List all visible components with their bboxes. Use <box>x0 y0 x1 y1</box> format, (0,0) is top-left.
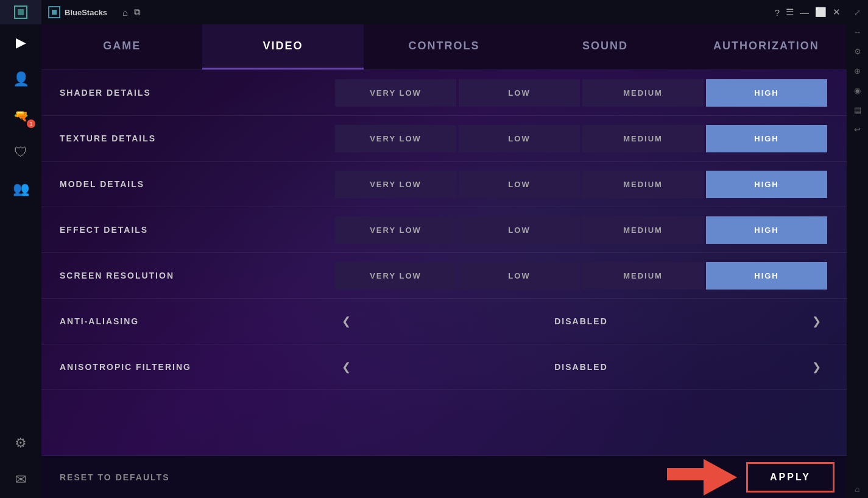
effect-quality-options: VERY LOW LOW MEDIUM HIGH <box>334 216 828 244</box>
shader-details-label: SHADER DETAILS <box>60 88 334 98</box>
effect-low-btn[interactable]: LOW <box>459 216 580 244</box>
bottom-bar: RESET TO DEFAULTS APPLY <box>41 455 847 498</box>
tabs-bar: GAME VIDEO CONTROLS SOUND AUTHORIZATION <box>41 24 847 70</box>
anisotropic-filtering-control: ❮ DISABLED ❯ <box>334 354 828 381</box>
content-area: SHADER DETAILS VERY LOW LOW MEDIUM HIGH … <box>41 70 847 455</box>
right-icon-arrows[interactable]: ↔ <box>849 23 867 41</box>
sidebar-item-shield[interactable]: 🛡 <box>0 134 41 171</box>
arrow-tail <box>667 468 704 480</box>
resolution-medium-btn[interactable]: MEDIUM <box>582 262 704 290</box>
right-icon-grid[interactable]: ▤ <box>849 101 867 119</box>
sidebar-item-settings[interactable]: ⚙ <box>0 425 41 461</box>
model-medium-btn[interactable]: MEDIUM <box>582 171 704 198</box>
texture-very-low-btn[interactable]: VERY LOW <box>335 125 456 152</box>
close-icon[interactable]: ✕ <box>833 7 841 18</box>
texture-low-btn[interactable]: LOW <box>459 125 580 152</box>
anisotropic-next-btn[interactable]: ❯ <box>804 354 828 381</box>
anti-aliasing-prev-btn[interactable]: ❮ <box>334 308 358 335</box>
apply-button[interactable]: APPLY <box>746 462 834 493</box>
tab-video-label: VIDEO <box>263 40 303 52</box>
model-very-low-btn[interactable]: VERY LOW <box>335 171 456 198</box>
tab-game[interactable]: GAME <box>41 24 202 69</box>
window-nav-icon[interactable]: ⧉ <box>134 7 141 18</box>
effect-medium-btn[interactable]: MEDIUM <box>582 216 704 244</box>
anti-aliasing-next-btn[interactable]: ❯ <box>804 308 828 335</box>
main-area: BlueStacks ⌂ ⧉ ? ☰ — ⬜ ✕ GAME VIDEO CONT… <box>41 0 847 498</box>
gun-badge: 1 <box>27 119 35 128</box>
right-icon-home[interactable]: ⌂ <box>849 480 867 498</box>
tab-controls-label: CONTROLS <box>409 40 480 52</box>
shader-quality-options: VERY LOW LOW MEDIUM HIGH <box>334 79 828 107</box>
right-sidebar: ⤢ ↔ ⚙ ⊕ ◉ ▤ ↩ ⌂ <box>847 0 868 498</box>
right-icon-settings[interactable]: ⚙ <box>849 42 867 60</box>
home-nav-icon[interactable]: ⌂ <box>122 7 128 18</box>
model-details-row: MODEL DETAILS VERY LOW LOW MEDIUM HIGH <box>41 162 847 207</box>
tab-sound-label: SOUND <box>582 40 628 52</box>
tab-controls[interactable]: CONTROLS <box>364 24 524 69</box>
resolution-high-btn[interactable]: HIGH <box>706 262 827 290</box>
sidebar-item-mail[interactable]: ✉ <box>0 461 41 498</box>
gun-icon: 🔫 <box>13 108 29 123</box>
model-high-btn[interactable]: HIGH <box>706 171 827 198</box>
app-name: BlueStacks <box>65 8 107 17</box>
resolution-low-btn[interactable]: LOW <box>459 262 580 290</box>
effect-high-btn[interactable]: HIGH <box>706 216 827 244</box>
app-logo-icon <box>48 5 61 19</box>
sidebar-logo <box>0 0 41 24</box>
group-icon: 👥 <box>13 181 29 197</box>
shield-icon: 🛡 <box>14 144 27 160</box>
sidebar-item-play[interactable]: ▶ <box>0 24 41 61</box>
reset-defaults-label: RESET TO DEFAULTS <box>60 472 170 482</box>
sidebar-item-profile[interactable]: 👤 <box>0 61 41 98</box>
screen-resolution-label: SCREEN RESOLUTION <box>60 271 334 280</box>
right-icon-back[interactable]: ↩ <box>849 120 867 138</box>
texture-high-btn[interactable]: HIGH <box>706 125 827 152</box>
shader-details-row: SHADER DETAILS VERY LOW LOW MEDIUM HIGH <box>41 70 847 116</box>
profile-icon: 👤 <box>13 71 29 87</box>
settings-icon: ⚙ <box>15 435 27 451</box>
big-arrow-icon <box>704 459 737 496</box>
right-icon-expand[interactable]: ⤢ <box>849 3 867 21</box>
anti-aliasing-control: ❮ DISABLED ❯ <box>334 308 828 335</box>
model-details-label: MODEL DETAILS <box>60 179 334 189</box>
svg-marker-3 <box>52 10 57 15</box>
play-icon: ▶ <box>16 35 26 51</box>
maximize-icon[interactable]: ⬜ <box>815 7 827 18</box>
anisotropic-filtering-row: ANISOTROPIC FILTERING ❮ DISABLED ❯ <box>41 344 847 390</box>
tab-authorization-label: AUTHORIZATION <box>713 40 819 52</box>
tab-video[interactable]: VIDEO <box>202 24 363 69</box>
anti-aliasing-label: ANTI-ALIASING <box>60 316 334 326</box>
arrow-indicator <box>667 459 737 496</box>
anisotropic-prev-btn[interactable]: ❮ <box>334 354 358 381</box>
texture-details-label: TEXTURE DETAILS <box>60 133 334 143</box>
shader-low-btn[interactable]: LOW <box>459 79 580 107</box>
texture-quality-options: VERY LOW LOW MEDIUM HIGH <box>334 125 828 152</box>
texture-medium-btn[interactable]: MEDIUM <box>582 125 704 152</box>
right-icon-add[interactable]: ⊕ <box>849 62 867 80</box>
anisotropic-filtering-label: ANISOTROPIC FILTERING <box>60 362 334 372</box>
menu-icon[interactable]: ☰ <box>786 7 794 18</box>
shader-medium-btn[interactable]: MEDIUM <box>582 79 704 107</box>
right-icon-circle[interactable]: ◉ <box>849 81 867 99</box>
tab-authorization[interactable]: AUTHORIZATION <box>686 24 847 69</box>
bluestacks-logo-icon <box>12 3 30 21</box>
shader-high-btn[interactable]: HIGH <box>706 79 827 107</box>
model-low-btn[interactable]: LOW <box>459 171 580 198</box>
minimize-icon[interactable]: — <box>800 7 809 18</box>
title-bar: BlueStacks ⌂ ⧉ ? ☰ — ⬜ ✕ <box>41 0 847 24</box>
sidebar-item-gun[interactable]: 🔫 1 <box>0 98 41 134</box>
screen-resolution-row: SCREEN RESOLUTION VERY LOW LOW MEDIUM HI… <box>41 253 847 299</box>
anti-aliasing-value: DISABLED <box>358 316 804 326</box>
apply-label: APPLY <box>770 472 811 483</box>
anti-aliasing-row: ANTI-ALIASING ❮ DISABLED ❯ <box>41 299 847 344</box>
tab-sound[interactable]: SOUND <box>524 24 685 69</box>
help-icon[interactable]: ? <box>775 7 780 18</box>
effect-details-label: EFFECT DETAILS <box>60 225 334 235</box>
effect-details-row: EFFECT DETAILS VERY LOW LOW MEDIUM HIGH <box>41 207 847 253</box>
mail-icon: ✉ <box>15 472 26 488</box>
shader-very-low-btn[interactable]: VERY LOW <box>335 79 456 107</box>
sidebar-item-group[interactable]: 👥 <box>0 171 41 207</box>
resolution-very-low-btn[interactable]: VERY LOW <box>335 262 456 290</box>
anisotropic-value: DISABLED <box>358 362 804 372</box>
effect-very-low-btn[interactable]: VERY LOW <box>335 216 456 244</box>
